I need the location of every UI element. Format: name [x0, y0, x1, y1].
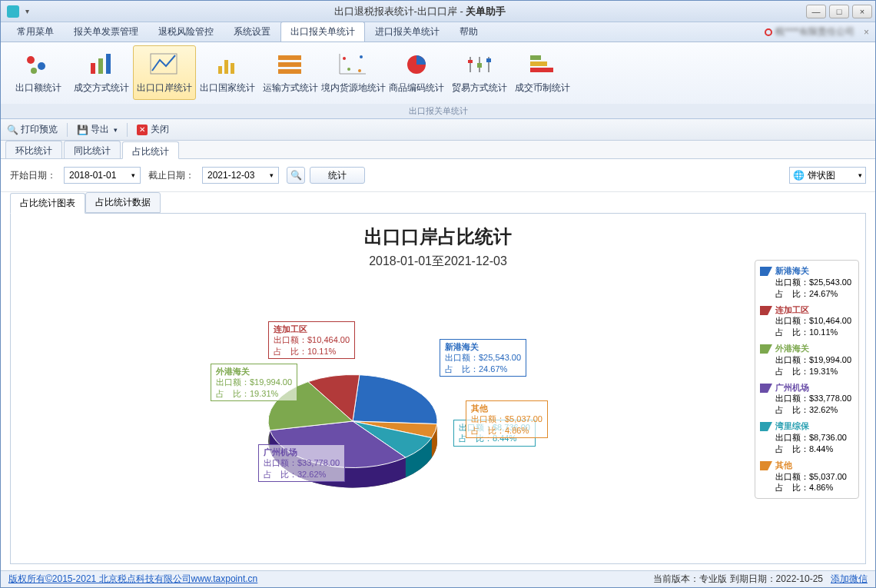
menu-item[interactable]: 常用菜单	[7, 22, 64, 42]
svg-rect-4	[98, 58, 103, 74]
search-button[interactable]: 🔍	[287, 167, 305, 184]
ribbon-icon	[148, 51, 181, 78]
print-preview-button[interactable]: 🔍 打印预览	[7, 123, 58, 136]
ribbon-icon	[211, 51, 244, 78]
magnifier-icon: 🔍	[290, 170, 302, 181]
svg-rect-12	[278, 69, 301, 74]
title-left: 出口退税报表统计-出口口岸	[334, 5, 457, 17]
ribbon-group-label: 出口报关单统计	[1, 104, 875, 118]
close-tab-button[interactable]: ✕ 关闭	[137, 123, 169, 136]
ribbon-button[interactable]: 出口额统计	[7, 45, 70, 100]
chevron-down-icon: ▾	[114, 126, 118, 134]
legend-item: 湾里综保出口额：$8,736.00占 比：8.44%	[760, 420, 854, 455]
svg-marker-35	[760, 461, 772, 470]
end-date-input[interactable]: 2021-12-03▾	[202, 167, 279, 184]
run-stat-button[interactable]: 统计	[310, 167, 365, 184]
window-title: 出口退税报表统计-出口口岸 - 关单助手	[34, 5, 806, 18]
close-button[interactable]: ×	[852, 5, 872, 18]
svg-marker-30	[760, 267, 772, 276]
ribbon-button[interactable]: 出口口岸统计	[133, 45, 196, 100]
ribbon-icon	[463, 51, 496, 78]
ribbon-button[interactable]: 商品编码统计	[385, 45, 448, 100]
titlebar: ▾ 出口退税报表统计-出口口岸 - 关单助手 — □ ×	[1, 1, 875, 22]
filter-row: 开始日期： 2018-01-01▾ 截止日期： 2021-12-03▾ 🔍 统计…	[1, 159, 875, 192]
ribbon-button[interactable]: 境内货源地统计	[322, 45, 385, 100]
svg-rect-5	[106, 54, 111, 74]
subtab[interactable]: 占比统计图表	[10, 193, 85, 214]
globe-icon: 🌐	[793, 170, 805, 181]
stat-tab[interactable]: 同比统计	[64, 141, 121, 158]
toolbar: 🔍 打印预览 💾 导出 ▾ ✕ 关闭	[1, 119, 875, 141]
chart-area: 出口口岸占比统计 2018-01-01至2021-12-03 新港海关出口额：$…	[10, 213, 866, 564]
svg-rect-7	[218, 66, 222, 74]
chart-type-select[interactable]: 🌐 饼状图 ▾	[789, 167, 866, 184]
copyright-link[interactable]: 版权所有©2015-2021 北京税点科技有限公司www.taxpoint.cn	[8, 573, 257, 586]
company-close-icon[interactable]: ×	[864, 27, 869, 38]
legend-swatch-icon	[760, 422, 772, 431]
pie-callout: 广州机场出口额：$33,778.00占 比：32.62%	[258, 444, 345, 482]
legend-item: 广州机场出口额：$33,778.00占 比：32.62%	[760, 382, 854, 417]
ribbon-button[interactable]: 贸易方式统计	[448, 45, 511, 100]
legend-item: 连加工区出口额：$10,464.00占 比：10.11%	[760, 304, 854, 339]
subtabs: 占比统计图表占比统计数据	[1, 192, 875, 213]
svg-marker-32	[760, 344, 772, 354]
menu-item[interactable]: 系统设置	[224, 22, 280, 42]
ribbon-button[interactable]: 成交币制统计	[511, 45, 574, 100]
magnifier-icon: 🔍	[7, 125, 18, 135]
end-date-label: 截止日期：	[148, 169, 194, 182]
menu-item[interactable]: 进口报关单统计	[365, 22, 450, 42]
chevron-down-icon: ▾	[858, 171, 862, 179]
chart-title: 出口口岸占比统计	[11, 224, 865, 249]
menu-item[interactable]: 帮助	[450, 22, 488, 42]
ribbon-button[interactable]: 运输方式统计	[259, 45, 322, 100]
legend: 新港海关出口额：$25,543.00占 比：24.67%连加工区出口额：$10,…	[755, 260, 859, 499]
ribbon-button[interactable]: 出口国家统计	[196, 45, 259, 100]
svg-rect-10	[278, 55, 301, 60]
stat-tab[interactable]: 占比统计	[122, 141, 179, 159]
stat-tab[interactable]: 环比统计	[5, 141, 62, 158]
menu-item[interactable]: 报关单发票管理	[64, 22, 148, 42]
company-status-icon	[765, 28, 772, 36]
title-app: 关单助手	[466, 5, 506, 17]
save-icon: 💾	[77, 125, 88, 135]
pie-callout: 外港海关出口额：$19,994.00占 比：19.31%	[211, 364, 297, 401]
pie-callout: 其他出口额：$5,037.00占 比：4.86%	[466, 400, 548, 438]
chevron-down-icon: ▾	[131, 171, 135, 179]
svg-marker-31	[760, 306, 772, 315]
add-wechat-link[interactable]: 添加微信	[831, 573, 868, 586]
subtab[interactable]: 占比统计数据	[85, 192, 161, 213]
svg-point-14	[360, 55, 363, 58]
export-button[interactable]: 💾 导出 ▾	[77, 123, 118, 136]
legend-swatch-icon	[760, 384, 772, 393]
svg-point-1	[38, 62, 45, 70]
ribbon-button[interactable]: 成交方式统计	[70, 45, 133, 100]
ribbon-icon	[22, 51, 55, 78]
legend-swatch-icon	[760, 267, 772, 276]
menu-item[interactable]: 出口报关单统计	[280, 22, 365, 42]
svg-rect-28	[530, 55, 541, 60]
company-label: 税****有限责任公司 ×	[765, 25, 869, 38]
max-button[interactable]: □	[829, 5, 849, 18]
menu-item[interactable]: 退税风险管控	[148, 22, 224, 42]
app-icon	[7, 5, 19, 18]
start-date-input[interactable]: 2018-01-01▾	[64, 167, 141, 184]
chevron-down-icon: ▾	[270, 171, 274, 179]
svg-marker-34	[760, 422, 772, 431]
legend-item: 其他出口额：$5,037.00占 比：4.86%	[760, 460, 854, 494]
svg-rect-26	[530, 68, 553, 72]
footer: 版权所有©2015-2021 北京税点科技有限公司www.taxpoint.cn…	[1, 570, 875, 587]
svg-point-16	[358, 69, 361, 72]
ribbon-icon	[526, 51, 559, 78]
svg-rect-25	[486, 58, 491, 62]
pie-callout: 连加工区出口额：$10,464.00占 比：10.11%	[268, 321, 355, 359]
min-button[interactable]: —	[806, 5, 826, 18]
svg-rect-27	[530, 61, 547, 66]
svg-point-2	[31, 68, 37, 74]
qat-dropdown-icon[interactable]: ▾	[25, 7, 29, 15]
svg-marker-33	[760, 384, 772, 393]
ribbon: 出口额统计成交方式统计出口口岸统计出口国家统计运输方式统计境内货源地统计商品编码…	[1, 42, 875, 119]
svg-point-15	[347, 68, 350, 71]
legend-swatch-icon	[760, 344, 772, 354]
svg-rect-23	[477, 63, 482, 68]
version-info: 当前版本：专业版 到期日期：2022-10-25	[653, 573, 823, 586]
